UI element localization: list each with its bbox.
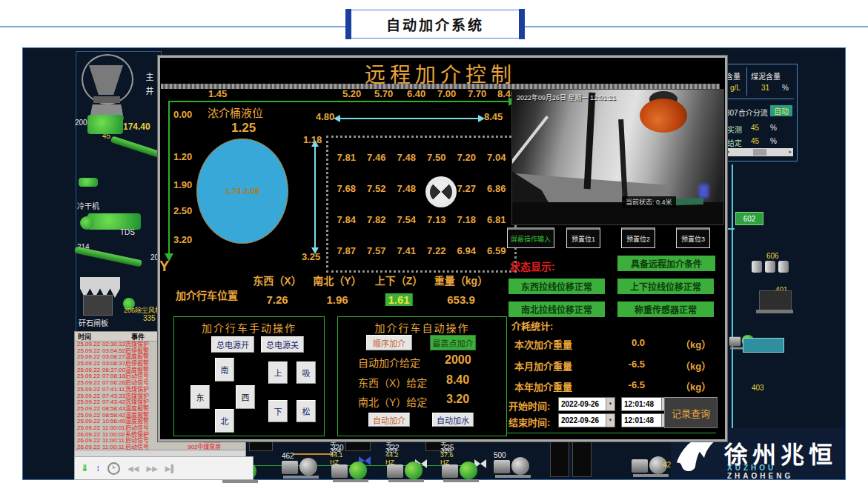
setpoint-unit: % [770, 137, 777, 145]
grid-value: 6.86 [482, 183, 512, 194]
dropdown-arrow-icon[interactable]: ▼ [606, 398, 614, 410]
power-on-button[interactable]: 总电源开 [211, 336, 254, 353]
sort-icon[interactable]: ↕ [96, 463, 100, 473]
power-off-button[interactable]: 总电源关 [261, 336, 304, 353]
camera-overlay-label: 当前状态: 0.4米 [622, 196, 676, 207]
release-button[interactable]: 松 [296, 400, 316, 422]
stats-row-value: -6.5 [593, 359, 645, 370]
horizontal-span-arrow [339, 118, 479, 119]
tank-icon [752, 261, 762, 273]
end-date-value: 2022-09-26 [561, 416, 599, 424]
highest-point-add-button[interactable]: 最高点加介 [430, 335, 476, 350]
grid-value: 7.84 [331, 214, 362, 225]
grid-value: 7.87 [331, 245, 362, 256]
grid-value: 7.50 [422, 152, 452, 163]
grid-value: 7.48 [391, 152, 422, 163]
grid-value: 7.52 [362, 183, 392, 194]
gate-label: 矸石闸板 [79, 317, 108, 328]
log-toolbar: ⇓ ↕ ◀◀ ▶▶ ▶▌ [74, 456, 254, 480]
density-label: 含量 [726, 70, 741, 81]
auto-water-button[interactable]: 自动加水 [432, 413, 474, 427]
x-tick: 6.40 [407, 88, 425, 99]
stats-row-label: 本年加介重量 [514, 379, 572, 393]
diverter-label: 307合介分流 [726, 107, 768, 118]
page-title: 自动加介系统 [386, 14, 484, 34]
scroll-thumb[interactable] [753, 149, 766, 156]
y-tick: 0.00 [173, 109, 192, 120]
pump-icon[interactable] [387, 459, 425, 483]
dropdown-arrow-icon[interactable]: ▼ [606, 414, 614, 427]
move-west-button[interactable]: 西 [236, 385, 255, 409]
status-badge-ew: 东西拉线位移正常 [508, 279, 605, 294]
grid-value: 7.13 [422, 214, 452, 225]
end-time-value: 12:01:48 [624, 416, 654, 424]
dryer-drum-icon [80, 216, 93, 230]
move-up-button[interactable]: 上 [268, 362, 288, 384]
end-time-input[interactable]: 12:01:48 ▲▼ [621, 413, 671, 427]
mask-input-button[interactable]: 屏蔽操作输入 [507, 227, 554, 248]
dryer-machine-icon [87, 213, 141, 230]
pipe-cyan-vertical [732, 164, 733, 428]
barrel-level-gauge: 1.74 2.08 [196, 139, 288, 244]
machine-401-icon [759, 290, 792, 311]
span-arrowhead-up [311, 140, 319, 147]
grid-value: 7.81 [331, 152, 362, 163]
shaft-label: 主井 [143, 73, 155, 101]
diverter-mode-badge[interactable]: 自动 [770, 105, 792, 116]
panel-scrollbar[interactable]: ◂ ▸ [725, 148, 793, 156]
slime-unit: % [782, 84, 789, 92]
stats-title: 介耗统计: [511, 319, 553, 333]
grid-value: 7.41 [391, 245, 422, 256]
pump-icon[interactable] [442, 459, 480, 483]
query-underline [507, 433, 716, 433]
rewind-icon[interactable]: ◀◀ [127, 464, 139, 473]
pump-icon[interactable] [494, 454, 532, 479]
span-left-value: 4.80 [316, 111, 334, 122]
title-left-bar [345, 9, 351, 39]
end-date-input[interactable]: 2022-09-26 ▼ [558, 413, 615, 427]
end-icon[interactable]: ▶▌ [165, 464, 176, 473]
move-down-button[interactable]: 下 [268, 400, 288, 422]
span-arrowhead-left [334, 115, 340, 122]
y-setpoint-label: 南北（Y）给定 [358, 394, 427, 409]
grid-value: 7.04 [482, 152, 512, 163]
label-606: 606 [766, 252, 779, 260]
span-right-value: 8.45 [484, 111, 503, 122]
barrel-level-value: 1.25 [231, 121, 256, 136]
y-tick: 2.50 [173, 205, 192, 216]
stats-row-unit: （kg） [680, 359, 711, 373]
preset3-button[interactable]: 预置位3 [676, 227, 710, 248]
auto-setpoint-value: 2000 [445, 353, 471, 367]
x-tick: 5.70 [374, 88, 393, 99]
gate-machine-icon [83, 295, 113, 316]
move-east-button[interactable]: 东 [191, 385, 210, 409]
record-query-button[interactable]: 记录查询 [664, 397, 718, 428]
clock-icon[interactable] [107, 462, 120, 475]
position-value-highlighted: 1.61 [385, 293, 412, 306]
y-axis-line [168, 101, 170, 253]
start-date-input[interactable]: 2022-09-26 ▼ [558, 397, 615, 411]
position-header: 上下（Z） [375, 273, 423, 287]
auto-add-button[interactable]: 自动加介 [368, 413, 410, 427]
sequence-add-button[interactable]: 顺序加介 [366, 335, 412, 350]
shaft-stack-icon [93, 96, 120, 103]
position-value: 7.26 [253, 293, 301, 306]
preset1-button[interactable]: 预置位1 [566, 227, 600, 248]
stats-row-unit: （kg） [680, 337, 711, 351]
x-tick: 7.70 [468, 88, 486, 99]
actual-value: 45 [751, 124, 759, 132]
move-north-button[interactable]: 北 [215, 409, 234, 433]
grid-value: 7.22 [422, 245, 452, 256]
scroll-right-icon[interactable]: ▸ [789, 149, 792, 155]
stats-row-label: 本次加介重量 [514, 337, 572, 351]
machine-401-base [756, 310, 793, 313]
grid-value: 7.54 [391, 214, 422, 225]
move-south-button[interactable]: 南 [215, 358, 234, 382]
suck-button[interactable]: 吸 [296, 362, 316, 384]
forward-icon[interactable]: ▶▶ [146, 464, 157, 473]
pump-icon[interactable] [282, 455, 320, 480]
start-time-input[interactable]: 12:01:48 ▲▼ [621, 397, 671, 411]
pump-icon[interactable] [331, 459, 370, 483]
preset2-button[interactable]: 预置位2 [621, 227, 655, 248]
export-icon[interactable]: ⇓ [81, 463, 88, 473]
